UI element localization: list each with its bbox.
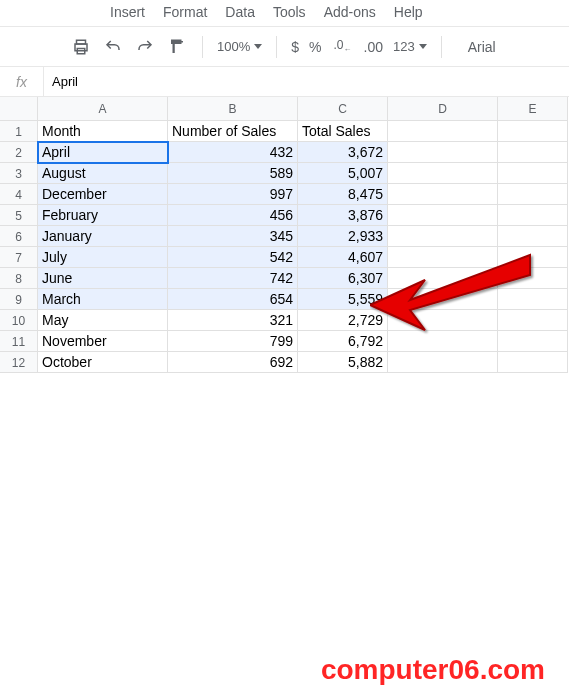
cell-E7[interactable] <box>498 247 568 268</box>
cell-E9[interactable] <box>498 289 568 310</box>
cell-E8[interactable] <box>498 268 568 289</box>
cell-E11[interactable] <box>498 331 568 352</box>
cell-C10[interactable]: 2,729 <box>298 310 388 331</box>
cell-B2[interactable]: 432 <box>168 142 298 163</box>
cell-B6[interactable]: 345 <box>168 226 298 247</box>
cell-B5[interactable]: 456 <box>168 205 298 226</box>
row-header-11[interactable]: 11 <box>0 331 38 352</box>
cell-B7[interactable]: 542 <box>168 247 298 268</box>
col-header-d[interactable]: D <box>388 97 498 121</box>
select-all-corner[interactable] <box>0 97 38 121</box>
cell-C11[interactable]: 6,792 <box>298 331 388 352</box>
toolbar: 100% $ % .0← .00 123 Arial <box>0 27 569 67</box>
menu-addons[interactable]: Add-ons <box>324 4 376 20</box>
cell-A10[interactable]: May <box>38 310 168 331</box>
cell-A4[interactable]: December <box>38 184 168 205</box>
menu-format[interactable]: Format <box>163 4 207 20</box>
cell-E4[interactable] <box>498 184 568 205</box>
cell-A5[interactable]: February <box>38 205 168 226</box>
font-selector[interactable]: Arial <box>468 39 496 55</box>
cell-D8[interactable] <box>388 268 498 289</box>
more-formats-dropdown[interactable]: 123 <box>393 39 427 54</box>
row-header-12[interactable]: 12 <box>0 352 38 373</box>
cell-C12[interactable]: 5,882 <box>298 352 388 373</box>
cell-B8[interactable]: 742 <box>168 268 298 289</box>
cell-C7[interactable]: 4,607 <box>298 247 388 268</box>
cell-B10[interactable]: 321 <box>168 310 298 331</box>
cell-D3[interactable] <box>388 163 498 184</box>
format-currency[interactable]: $ <box>291 39 299 55</box>
cell-E5[interactable] <box>498 205 568 226</box>
cell-E12[interactable] <box>498 352 568 373</box>
row-header-7[interactable]: 7 <box>0 247 38 268</box>
menu-data[interactable]: Data <box>225 4 255 20</box>
undo-icon[interactable] <box>102 36 124 58</box>
menu-help[interactable]: Help <box>394 4 423 20</box>
formula-bar: fx April <box>0 67 569 97</box>
spreadsheet-grid[interactable]: A B C D E 1 Month Number of Sales Total … <box>0 97 569 373</box>
col-header-e[interactable]: E <box>498 97 568 121</box>
print-icon[interactable] <box>70 36 92 58</box>
cell-B11[interactable]: 799 <box>168 331 298 352</box>
cell-D9[interactable] <box>388 289 498 310</box>
cell-D5[interactable] <box>388 205 498 226</box>
cell-C4[interactable]: 8,475 <box>298 184 388 205</box>
row-header-10[interactable]: 10 <box>0 310 38 331</box>
cell-B9[interactable]: 654 <box>168 289 298 310</box>
decrease-decimal-icon[interactable]: .0← <box>332 36 354 58</box>
row-header-6[interactable]: 6 <box>0 226 38 247</box>
formula-input[interactable]: April <box>44 67 569 96</box>
menu-tools[interactable]: Tools <box>273 4 306 20</box>
cell-B1[interactable]: Number of Sales <box>168 121 298 142</box>
row-header-5[interactable]: 5 <box>0 205 38 226</box>
cell-E2[interactable] <box>498 142 568 163</box>
row-header-9[interactable]: 9 <box>0 289 38 310</box>
cell-A2[interactable]: April <box>38 142 168 163</box>
cell-A9[interactable]: March <box>38 289 168 310</box>
cell-D7[interactable] <box>388 247 498 268</box>
cell-D6[interactable] <box>388 226 498 247</box>
cell-E1[interactable] <box>498 121 568 142</box>
cell-C3[interactable]: 5,007 <box>298 163 388 184</box>
cell-B3[interactable]: 589 <box>168 163 298 184</box>
fill-handle[interactable] <box>384 306 390 312</box>
cell-E10[interactable] <box>498 310 568 331</box>
cell-D11[interactable] <box>388 331 498 352</box>
cell-D10[interactable] <box>388 310 498 331</box>
row-header-2[interactable]: 2 <box>0 142 38 163</box>
cell-C8[interactable]: 6,307 <box>298 268 388 289</box>
redo-icon[interactable] <box>134 36 156 58</box>
zoom-dropdown[interactable]: 100% <box>217 39 262 54</box>
increase-decimal[interactable]: .00 <box>364 39 383 55</box>
col-header-c[interactable]: C <box>298 97 388 121</box>
cell-A6[interactable]: January <box>38 226 168 247</box>
cell-E6[interactable] <box>498 226 568 247</box>
cell-C5[interactable]: 3,876 <box>298 205 388 226</box>
cell-D1[interactable] <box>388 121 498 142</box>
cell-B12[interactable]: 692 <box>168 352 298 373</box>
cell-A8[interactable]: June <box>38 268 168 289</box>
col-header-a[interactable]: A <box>38 97 168 121</box>
paint-format-icon[interactable] <box>166 36 188 58</box>
col-header-b[interactable]: B <box>168 97 298 121</box>
cell-B4[interactable]: 997 <box>168 184 298 205</box>
cell-D12[interactable] <box>388 352 498 373</box>
cell-D4[interactable] <box>388 184 498 205</box>
cell-A3[interactable]: August <box>38 163 168 184</box>
format-percent[interactable]: % <box>309 39 321 55</box>
cell-C9[interactable]: 5,559 <box>298 289 388 310</box>
cell-A11[interactable]: November <box>38 331 168 352</box>
cell-A12[interactable]: October <box>38 352 168 373</box>
cell-A7[interactable]: July <box>38 247 168 268</box>
cell-A1[interactable]: Month <box>38 121 168 142</box>
cell-E3[interactable] <box>498 163 568 184</box>
row-header-3[interactable]: 3 <box>0 163 38 184</box>
row-header-1[interactable]: 1 <box>0 121 38 142</box>
menu-insert[interactable]: Insert <box>110 4 145 20</box>
cell-C1[interactable]: Total Sales <box>298 121 388 142</box>
cell-D2[interactable] <box>388 142 498 163</box>
cell-C2[interactable]: 3,672 <box>298 142 388 163</box>
cell-C6[interactable]: 2,933 <box>298 226 388 247</box>
row-header-4[interactable]: 4 <box>0 184 38 205</box>
row-header-8[interactable]: 8 <box>0 268 38 289</box>
